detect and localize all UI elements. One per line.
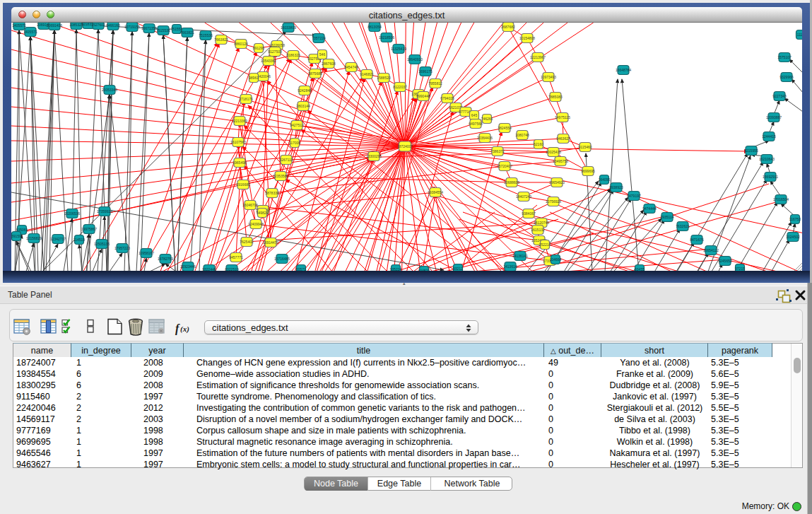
svg-text:(x): (x)	[180, 325, 189, 334]
svg-text:f: f	[175, 322, 180, 335]
